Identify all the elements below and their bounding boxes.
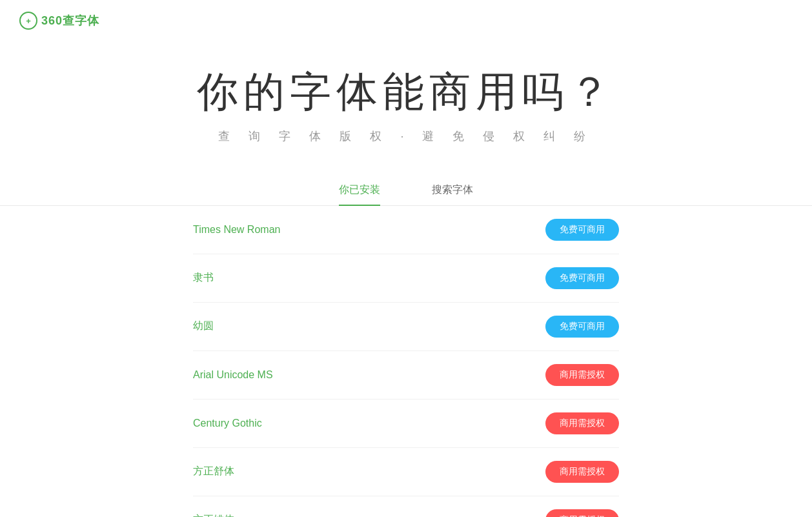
font-row[interactable]: Times New Roman免费可商用	[193, 206, 619, 254]
hero-section: 你的字体能商用吗？ 查 询 字 体 版 权 · 避 免 侵 权 纠 纷	[0, 41, 812, 157]
logo-icon: +	[19, 12, 37, 30]
svg-text:+: +	[26, 16, 31, 26]
logo[interactable]: + 360查字体	[19, 12, 99, 30]
font-list: Times New Roman免费可商用隶书免费可商用幼圆免费可商用Arial …	[180, 206, 632, 517]
header: + 360查字体	[0, 0, 812, 41]
font-status-badge[interactable]: 商用需授权	[545, 461, 619, 483]
font-row[interactable]: 隶书免费可商用	[193, 254, 619, 303]
font-row[interactable]: 方正舒体商用需授权	[193, 448, 619, 496]
tabs-container: 你已安装 搜索字体	[0, 183, 812, 206]
font-status-badge[interactable]: 免费可商用	[545, 267, 619, 289]
font-row[interactable]: Century Gothic商用需授权	[193, 400, 619, 448]
hero-subtitle: 查 询 字 体 版 权 · 避 免 侵 权 纠 纷	[13, 128, 799, 144]
font-name: Times New Roman	[193, 224, 280, 236]
font-status-badge[interactable]: 商用需授权	[545, 509, 619, 517]
font-name: 隶书	[193, 271, 214, 285]
font-status-badge[interactable]: 商用需授权	[545, 364, 619, 386]
hero-title: 你的字体能商用吗？	[13, 67, 799, 117]
font-status-badge[interactable]: 商用需授权	[545, 412, 619, 434]
font-name: Arial Unicode MS	[193, 369, 273, 381]
font-status-badge[interactable]: 免费可商用	[545, 316, 619, 338]
font-row[interactable]: 方正姚体商用需授权	[193, 496, 619, 517]
font-status-badge[interactable]: 免费可商用	[545, 219, 619, 241]
font-name: 幼圆	[193, 319, 214, 333]
font-name: Century Gothic	[193, 418, 262, 429]
logo-text: 360查字体	[41, 13, 99, 28]
font-row[interactable]: Arial Unicode MS商用需授权	[193, 351, 619, 400]
tab-installed[interactable]: 你已安装	[339, 183, 380, 206]
tab-search[interactable]: 搜索字体	[432, 183, 473, 206]
font-name: 方正姚体	[193, 513, 234, 517]
font-row[interactable]: 幼圆免费可商用	[193, 303, 619, 351]
font-name: 方正舒体	[193, 465, 234, 478]
